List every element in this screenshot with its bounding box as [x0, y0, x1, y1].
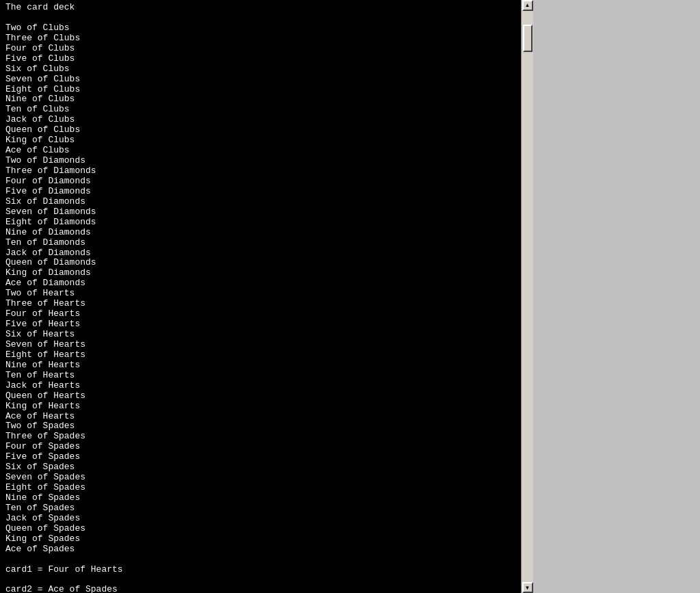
scroll-up-button[interactable]: ▲ [522, 0, 533, 11]
scrollbar-track [522, 11, 533, 583]
scrollbar[interactable]: ▲ ▼ [521, 0, 533, 593]
terminal-window: The card deck Two of Clubs Three of Club… [0, 0, 533, 593]
scrollbar-thumb[interactable] [523, 25, 533, 52]
scroll-down-button[interactable]: ▼ [522, 582, 533, 593]
terminal-content: The card deck Two of Clubs Three of Club… [0, 0, 521, 593]
